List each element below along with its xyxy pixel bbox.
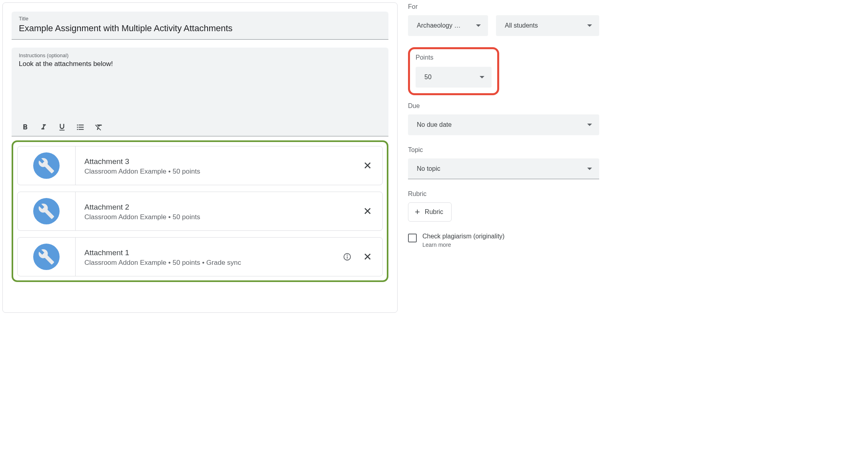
instructions-textarea[interactable] xyxy=(19,60,381,114)
attachment-row[interactable]: Attachment 3Classroom Addon Example • 50… xyxy=(17,146,383,185)
points-value: 50 xyxy=(424,74,432,81)
italic-button[interactable] xyxy=(39,122,48,132)
attachment-body: Attachment 1Classroom Addon Example • 50… xyxy=(76,238,342,276)
attachment-row[interactable]: Attachment 2Classroom Addon Example • 50… xyxy=(17,192,383,231)
students-select-text: All students xyxy=(505,22,538,29)
instructions-label: Instructions (optional) xyxy=(19,52,381,58)
rubric-button-label: Rubric xyxy=(425,208,443,216)
plagiarism-label: Check plagiarism (originality) xyxy=(422,233,504,240)
remove-attachment-button[interactable]: ✕ xyxy=(363,160,372,171)
learn-more-link[interactable]: Learn more xyxy=(422,242,504,248)
addon-icon xyxy=(33,152,60,179)
attachment-thumb xyxy=(18,146,76,185)
points-label: Points xyxy=(416,54,492,61)
attachment-subtitle: Classroom Addon Example • 50 points xyxy=(84,213,359,221)
svg-point-2 xyxy=(347,255,348,255)
attachment-body: Attachment 3Classroom Addon Example • 50… xyxy=(76,146,363,185)
title-label: Title xyxy=(19,16,381,22)
attachments-highlight: Attachment 3Classroom Addon Example • 50… xyxy=(12,140,388,282)
class-select-text: Archaeology … xyxy=(417,22,460,29)
attachment-actions: ✕ xyxy=(363,192,382,230)
rubric-button[interactable]: + Rubric xyxy=(408,202,452,222)
class-select[interactable]: Archaeology … xyxy=(408,15,488,36)
clear-format-button[interactable] xyxy=(94,122,104,132)
chevron-down-icon xyxy=(480,76,484,78)
rubric-section: Rubric + Rubric xyxy=(408,190,599,222)
due-value: No due date xyxy=(417,121,452,128)
plus-icon: + xyxy=(415,207,420,217)
for-label: For xyxy=(408,3,599,10)
due-select[interactable]: No due date xyxy=(408,114,599,135)
attachment-subtitle: Classroom Addon Example • 50 points xyxy=(84,168,359,176)
instructions-field[interactable]: Instructions (optional) xyxy=(12,48,388,136)
due-section: Due No due date xyxy=(408,102,599,135)
attachment-title: Attachment 1 xyxy=(84,248,338,257)
format-toolbar xyxy=(19,122,381,132)
topic-label: Topic xyxy=(408,146,599,154)
attachment-thumb xyxy=(18,238,76,276)
addon-icon xyxy=(33,198,60,224)
remove-attachment-button[interactable]: ✕ xyxy=(363,206,372,216)
students-select[interactable]: All students xyxy=(496,15,599,36)
points-select[interactable]: 50 xyxy=(416,67,492,88)
chevron-down-icon xyxy=(476,24,481,27)
remove-attachment-button[interactable]: ✕ xyxy=(363,252,372,262)
for-section: For Archaeology … All students xyxy=(408,3,599,36)
topic-select[interactable]: No topic xyxy=(408,158,599,179)
topic-value: No topic xyxy=(417,165,440,172)
attachment-row[interactable]: Attachment 1Classroom Addon Example • 50… xyxy=(17,237,383,276)
title-field[interactable]: Title xyxy=(12,12,388,40)
left-column: Title Instructions (optional) xyxy=(0,0,400,315)
plagiarism-checkbox[interactable] xyxy=(408,234,417,242)
addon-icon xyxy=(33,244,60,270)
rubric-label: Rubric xyxy=(408,190,599,198)
chevron-down-icon xyxy=(587,168,592,170)
due-label: Due xyxy=(408,102,599,110)
attachment-actions: ✕ xyxy=(342,238,382,276)
chevron-down-icon xyxy=(587,24,592,27)
topic-section: Topic No topic xyxy=(408,146,599,179)
list-button[interactable] xyxy=(76,122,85,132)
attachment-body: Attachment 2Classroom Addon Example • 50… xyxy=(76,192,363,230)
attachment-title: Attachment 2 xyxy=(84,203,359,212)
title-input[interactable] xyxy=(19,23,381,34)
plagiarism-row: Check plagiarism (originality) Learn mor… xyxy=(408,233,599,248)
underline-button[interactable] xyxy=(57,122,67,132)
attachment-subtitle: Classroom Addon Example • 50 points • Gr… xyxy=(84,259,338,267)
right-column: For Archaeology … All students Points 50… xyxy=(400,0,602,315)
attachment-thumb xyxy=(18,192,76,230)
assignment-card: Title Instructions (optional) xyxy=(2,2,398,313)
bold-button[interactable] xyxy=(20,122,30,132)
attachment-actions: ✕ xyxy=(363,146,382,185)
points-highlight: Points 50 xyxy=(408,47,499,95)
info-icon[interactable] xyxy=(342,251,353,262)
chevron-down-icon xyxy=(587,124,592,126)
attachment-title: Attachment 3 xyxy=(84,157,359,166)
assignment-editor-page: Title Instructions (optional) xyxy=(0,0,602,315)
